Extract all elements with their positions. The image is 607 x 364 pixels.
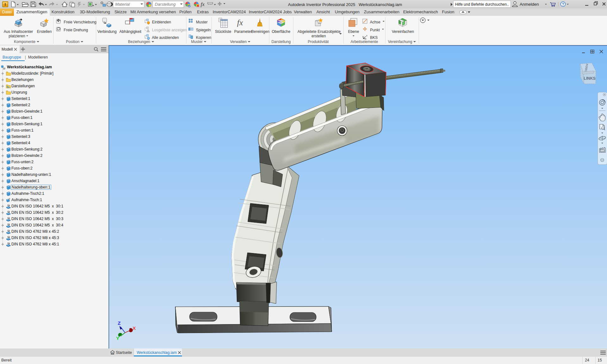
svg-text:Y: Y [116, 336, 119, 341]
svg-text:z: z [366, 34, 367, 37]
svg-text:!: ! [148, 30, 148, 32]
svg-text:fx: fx [201, 1, 205, 7]
svg-text:I: I [4, 2, 6, 7]
svg-text:fx: fx [237, 18, 243, 27]
svg-text:Anmelden: Anmelden [520, 2, 539, 7]
svg-text:Z: Z [118, 320, 121, 326]
svg-text:X: X [133, 325, 136, 331]
svg-text:?: ? [562, 2, 564, 7]
svg-text:LINKS: LINKS [584, 76, 596, 81]
